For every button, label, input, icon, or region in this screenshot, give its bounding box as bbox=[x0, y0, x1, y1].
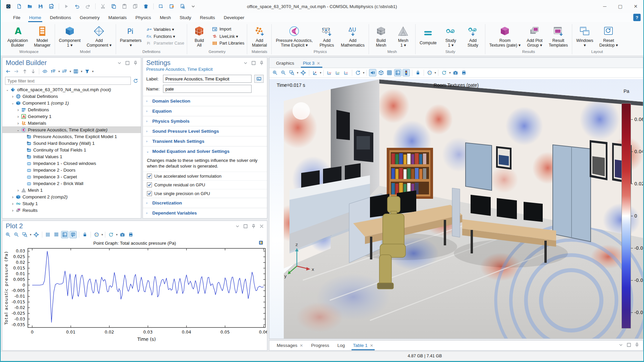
zoom-extents-button[interactable] bbox=[300, 69, 307, 76]
qa-run-button[interactable] bbox=[62, 2, 71, 11]
dropdown-arrow-icon[interactable]: ▾ bbox=[320, 71, 322, 74]
tree-node[interactable]: ›Results bbox=[2, 207, 141, 214]
tab-table-1[interactable]: Table 1✕ bbox=[349, 341, 377, 350]
settings-section-equation[interactable]: ›Equation bbox=[143, 106, 267, 116]
component-cube-button[interactable]: Component 1 ▾ bbox=[58, 24, 82, 48]
tree-expander-icon[interactable]: ⌄ bbox=[5, 88, 10, 92]
add-component-button[interactable]: Add Component ▾ bbox=[85, 24, 113, 48]
name-field[interactable] bbox=[163, 85, 252, 93]
float-button[interactable] bbox=[125, 60, 130, 66]
tab-close-icon[interactable]: ✕ bbox=[370, 343, 373, 348]
tree-node[interactable]: DContinuity of Total Fields 1 bbox=[2, 146, 141, 153]
menu-physics[interactable]: Physics bbox=[131, 13, 156, 22]
forward-button[interactable] bbox=[13, 68, 20, 75]
rotate-button[interactable] bbox=[354, 69, 362, 76]
dropdown-arrow-icon[interactable]: ▾ bbox=[435, 71, 436, 74]
qa-draw-button[interactable] bbox=[167, 2, 176, 11]
pin-button[interactable] bbox=[634, 342, 640, 348]
camera-button[interactable] bbox=[452, 69, 459, 76]
qa-open-file-button[interactable] bbox=[25, 2, 34, 11]
pane-dd-button[interactable] bbox=[243, 60, 248, 66]
scene-refresh-button[interactable] bbox=[107, 231, 115, 238]
dropdown-arrow-icon[interactable]: ▾ bbox=[81, 70, 83, 73]
qa-undo-button[interactable] bbox=[73, 2, 82, 11]
tree-expander-icon[interactable]: › bbox=[10, 194, 15, 199]
dropdown-arrow-icon[interactable]: ▾ bbox=[92, 70, 94, 73]
qa-paste-button[interactable] bbox=[120, 2, 129, 11]
settings-section-dependent-variables[interactable]: ›Dependent Variables bbox=[143, 208, 267, 218]
settings-section-transient-mesh-settings[interactable]: ›Transient Mesh Settings bbox=[143, 136, 267, 146]
qa-delete-button[interactable] bbox=[142, 2, 150, 11]
annotation-button[interactable] bbox=[69, 231, 77, 238]
menu-geometry[interactable]: Geometry bbox=[75, 13, 104, 22]
tree-expander-icon[interactable]: › bbox=[10, 94, 15, 99]
pin-button[interactable] bbox=[259, 60, 264, 66]
windows-button[interactable]: Windows ▾ bbox=[575, 24, 595, 48]
tab-close-icon[interactable]: ✕ bbox=[317, 61, 320, 66]
pane-dd-button[interactable] bbox=[117, 60, 122, 66]
print-button[interactable] bbox=[460, 69, 468, 76]
app-builder-button[interactable]: AApplication Builder bbox=[6, 24, 29, 48]
tab-close-icon[interactable]: ✕ bbox=[300, 343, 303, 348]
tree-node[interactable]: Impedance 1 - Closed windows bbox=[2, 160, 141, 167]
qa-duplicate-button[interactable] bbox=[131, 2, 140, 11]
reset-desktop-button[interactable]: Reset Desktop ▾ bbox=[598, 24, 620, 48]
tree-node[interactable]: DSound Hard Boundary (Wall) 1 bbox=[2, 140, 141, 146]
add-material-button[interactable]: Add Material bbox=[250, 24, 269, 48]
pin-button[interactable] bbox=[251, 224, 256, 229]
move-up-button[interactable] bbox=[50, 68, 57, 75]
menu-definitions[interactable]: Definitions bbox=[46, 13, 75, 22]
view-xz-button[interactable]: xz bbox=[342, 69, 350, 76]
speaker-button[interactable] bbox=[369, 69, 376, 76]
up-button[interactable] bbox=[21, 68, 29, 75]
view-yz-button[interactable]: yz bbox=[334, 69, 341, 76]
axes-button[interactable] bbox=[61, 231, 68, 238]
scene-refresh-button[interactable] bbox=[440, 69, 448, 76]
tree-node[interactable]: DInitial Values 1 bbox=[2, 153, 141, 160]
functions-button[interactable]: f(x)Functions ▾ bbox=[146, 34, 184, 39]
close-button[interactable]: ✕ bbox=[628, 0, 643, 13]
tree-expander-icon[interactable]: › bbox=[16, 188, 20, 193]
grid-y-button[interactable] bbox=[53, 231, 60, 238]
acoustics-button[interactable]: Pressure Acoustics, Time Explicit ▾ bbox=[274, 24, 314, 48]
qa-select-box-button[interactable] bbox=[157, 2, 165, 11]
axes-button[interactable] bbox=[394, 69, 401, 76]
qa-redo-button[interactable] bbox=[84, 2, 92, 11]
qa-cut-button[interactable] bbox=[99, 2, 107, 11]
lock-button[interactable] bbox=[414, 69, 422, 76]
transparency-button[interactable] bbox=[377, 69, 385, 76]
tree-node[interactable]: ›Global Definitions bbox=[2, 93, 141, 100]
tab-plot-3[interactable]: Plot 3✕ bbox=[299, 59, 324, 68]
result-templates-button[interactable]: Result Templates bbox=[547, 24, 569, 48]
color-legend-button[interactable] bbox=[402, 69, 410, 76]
tab-messages[interactable]: Messages✕ bbox=[273, 341, 307, 350]
checkbox[interactable] bbox=[147, 191, 152, 196]
filter-button[interactable] bbox=[84, 68, 91, 75]
settings-section-physics-symbols[interactable]: ›Physics Symbols bbox=[143, 116, 267, 126]
settings-section-sound-pressure-level-settings[interactable]: ›Sound Pressure Level Settings bbox=[143, 126, 267, 136]
dropdown-arrow-icon[interactable]: ▾ bbox=[449, 71, 451, 74]
import-button[interactable]: Import bbox=[212, 26, 244, 32]
color-palette-button[interactable] bbox=[426, 69, 433, 76]
tree-node[interactable]: ⌄Pressure Acoustics, Time Explicit(pate) bbox=[2, 126, 141, 133]
tab-log[interactable]: Log bbox=[333, 341, 349, 350]
add-physics-button[interactable]: Add Physics bbox=[317, 24, 336, 48]
point-graph-chart[interactable]: 0.030.0250.020.0150.010.0050-0.005-0.01-… bbox=[2, 246, 267, 347]
build-all-button[interactable]: Build All bbox=[190, 24, 209, 48]
pane-dd-button[interactable] bbox=[618, 342, 624, 348]
menu-developer[interactable]: Developer bbox=[219, 13, 249, 22]
menu-mesh[interactable]: Mesh bbox=[155, 13, 175, 22]
tree-node[interactable]: Impedance 3 - Carpet bbox=[2, 173, 141, 180]
settings-section-model-equation-and-solver-settings[interactable]: ⌄Model Equation and Solver Settings bbox=[143, 146, 267, 156]
label-field[interactable] bbox=[163, 75, 252, 83]
dropdown-arrow-icon[interactable]: ▾ bbox=[116, 233, 118, 236]
camera-button[interactable] bbox=[119, 231, 126, 238]
minimize-button[interactable]: ─ bbox=[597, 0, 612, 13]
dropdown-arrow-icon[interactable]: ▾ bbox=[102, 233, 103, 236]
tree-node[interactable]: ⌄Component 1(comp 1) bbox=[2, 100, 141, 106]
study-1-button[interactable]: Study 1 ▾ bbox=[441, 24, 460, 48]
part-libraries-button[interactable]: Part Libraries bbox=[212, 41, 244, 46]
float-button[interactable] bbox=[626, 342, 632, 348]
qa-preview-button[interactable] bbox=[178, 2, 187, 11]
tree-node[interactable]: ›Materials bbox=[2, 120, 141, 126]
